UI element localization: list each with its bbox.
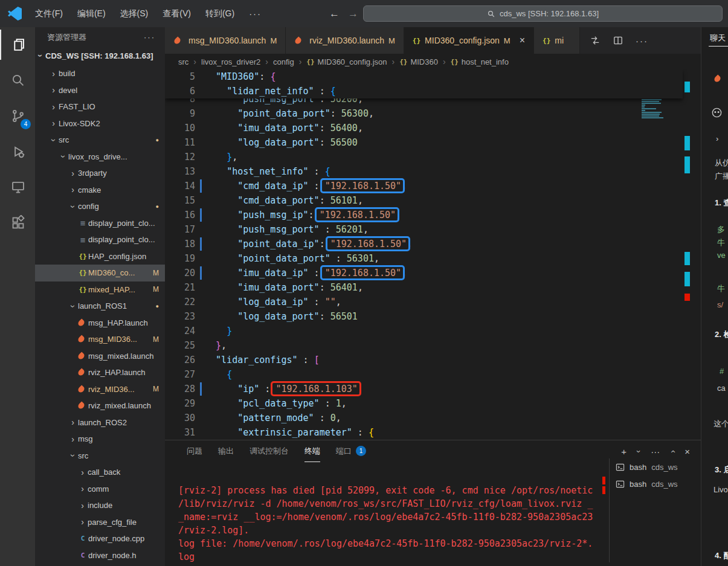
tree-folder-item[interactable]: ›call_back	[35, 464, 165, 481]
tree-folder-item[interactable]: ›include	[35, 497, 165, 514]
code-line: 25 },	[165, 338, 701, 353]
tree-folder-item[interactable]: ›config●	[35, 198, 165, 215]
tree-item-label: driver_node.h	[88, 551, 156, 560]
tree-folder-item[interactable]: ›devel	[35, 82, 165, 99]
source-control-icon[interactable]: 4	[0, 101, 35, 131]
menu-item[interactable]: 编辑(E)	[70, 0, 113, 27]
tree-folder-item[interactable]: ›3rdparty	[35, 165, 165, 182]
chat-tab[interactable]: 聊天	[710, 33, 726, 43]
tree-folder-item[interactable]: ›src	[35, 448, 165, 465]
more-actions-icon[interactable]: ···	[636, 36, 648, 46]
new-terminal-button[interactable]: +	[621, 446, 627, 457]
menu-item[interactable]: 文件(F)	[28, 0, 70, 27]
tree-file-item[interactable]: ≡display_point_clo...	[35, 231, 165, 248]
split-editor-icon[interactable]	[613, 35, 623, 46]
explorer-icon[interactable]	[0, 30, 35, 60]
tree-item-label: Livox-SDK2	[59, 119, 156, 128]
tree-file-item[interactable]: {}mixed_HAP...M	[35, 281, 165, 298]
menu-item[interactable]: 选择(S)	[113, 0, 156, 27]
extensions-icon[interactable]	[0, 208, 35, 238]
tree-file-item[interactable]: {}HAP_config.json	[35, 248, 165, 265]
tree-file-item[interactable]: Cdriver_node.h	[35, 547, 165, 564]
tree-folder-item[interactable]: ›launch_ROS2	[35, 414, 165, 431]
tree-folder-item[interactable]: ›comm	[35, 481, 165, 498]
tree-folder-item[interactable]: ›Livox-SDK2	[35, 115, 165, 132]
breadcrumb-item[interactable]: {}MID360	[399, 57, 438, 66]
panel-tab[interactable]: 输出	[218, 440, 234, 462]
editor-tab[interactable]: rviz_MID360.launchM	[286, 27, 404, 54]
breadcrumb-label: host_net_info	[462, 57, 509, 66]
chevron-down-icon: ›	[36, 51, 45, 61]
back-button[interactable]: ←	[329, 8, 340, 20]
forward-button[interactable]: →	[348, 8, 358, 20]
breadcrumb-item[interactable]: src	[178, 57, 188, 66]
tree-file-item[interactable]: ≡display_point_clo...	[35, 215, 165, 232]
editor-tab[interactable]: msg_MID360.launchM	[165, 27, 286, 54]
tree-folder-item[interactable]: ›parse_cfg_file	[35, 514, 165, 531]
run-debug-icon[interactable]	[0, 137, 35, 167]
tree-folder-item[interactable]: ›cmake	[35, 182, 165, 199]
terminal-output[interactable]: [rviz-2] process has died [pid 52099, ex…	[178, 484, 593, 564]
menu-item[interactable]: 转到(G)	[198, 0, 242, 27]
tree-file-item[interactable]: msg_mixed.launch	[35, 348, 165, 365]
search-text: cds_ws [SSH: 192.168.1.63]	[500, 9, 599, 18]
tree-file-item[interactable]: Cdriver_node.cpp	[35, 530, 165, 547]
terminal-name: bash	[630, 480, 646, 489]
breadcrumb-item[interactable]: livox_ros_driver2	[201, 57, 260, 66]
open-changes-icon[interactable]	[590, 35, 601, 46]
editor-tab[interactable]: {}MID360_config.jsonM×	[404, 27, 534, 54]
command-center-search[interactable]: cds_ws [SSH: 192.168.1.63]	[363, 5, 723, 22]
line-number: 5	[165, 69, 195, 84]
terminal-instance-item[interactable]: bashcds_ws	[616, 458, 698, 475]
chat-tab-underline	[709, 46, 728, 47]
line-number: 22	[165, 295, 195, 309]
tree-item-label: build	[59, 69, 156, 78]
panel-tab[interactable]: 调试控制台	[250, 440, 289, 462]
breadcrumb-item[interactable]: {}MID360_config.json	[306, 57, 387, 66]
tree-file-item[interactable]: rviz_MID36...M	[35, 381, 165, 398]
tree-folder-item[interactable]: ›launch_ROS1●	[35, 298, 165, 315]
terminal-instance-item[interactable]: bashcds_ws	[616, 475, 698, 492]
remote-explorer-icon[interactable]	[0, 172, 35, 202]
tree-file-item[interactable]: rviz_HAP.launch	[35, 364, 165, 381]
sidebar-more-button[interactable]: ···	[144, 33, 155, 42]
workspace-root-item[interactable]: › CDS_WS [SSH: 192.168.1.63]	[35, 47, 165, 64]
maximize-panel-button[interactable]: ›	[667, 450, 677, 453]
tree-item-label: driver_node.cpp	[88, 534, 156, 543]
json-file-icon: {}	[77, 252, 88, 260]
code-line: 12 },	[165, 150, 701, 164]
tree-folder-item[interactable]: ›msg	[35, 431, 165, 448]
tree-file-item[interactable]: msg_MID36...M	[35, 331, 165, 348]
tree-item-label: 3rdparty	[78, 169, 156, 178]
panel-more-actions-button[interactable]: ···	[651, 446, 660, 457]
code-editor[interactable]: 8 "push_msg_port": 56200,9 "point_data_p…	[165, 69, 701, 440]
panel-tab[interactable]: 问题	[187, 440, 202, 462]
tree-file-item[interactable]: msg_HAP.launch	[35, 315, 165, 332]
menu-item[interactable]: 查看(V)	[155, 0, 198, 27]
code-line: 20 "imu_data_ip" : "192.168.1.50",	[165, 266, 701, 280]
json-symbol-icon: {}	[399, 58, 407, 66]
breadcrumb[interactable]: src›livox_ros_driver2›config›{}MID360_co…	[165, 54, 701, 69]
close-panel-button[interactable]: ×	[685, 446, 690, 457]
breadcrumb-separator-icon: ›	[193, 57, 196, 66]
close-icon[interactable]: ×	[520, 35, 525, 46]
terminal-profile-dropdown[interactable]: ›	[634, 450, 643, 452]
tree-folder-item[interactable]: ›build	[35, 65, 165, 82]
panel-tab[interactable]: 终端	[304, 440, 320, 462]
breadcrumb-item[interactable]: config	[273, 57, 294, 66]
editor-tab[interactable]: {}mi	[534, 27, 580, 54]
tree-folder-item[interactable]: ›livox_ros_drive...	[35, 149, 165, 166]
panel-divider	[609, 458, 610, 562]
chevron-down-icon: ›	[68, 201, 78, 211]
tree-file-item[interactable]: {}MID360_co...M	[35, 265, 165, 281]
tree-folder-item[interactable]: ›src●	[35, 132, 165, 149]
panel-tab[interactable]: 端口1	[336, 440, 366, 462]
breadcrumb-separator-icon: ›	[443, 57, 446, 66]
tree-file-item[interactable]: rviz_mixed.launch	[35, 397, 165, 414]
tree-folder-item[interactable]: ›FAST_LIO	[35, 98, 165, 115]
search-sidebar-icon[interactable]	[0, 65, 35, 95]
tree-item-label: src	[78, 451, 156, 460]
breadcrumb-item[interactable]: {}host_net_info	[451, 57, 509, 66]
menu-more-button[interactable]: ···	[242, 8, 269, 19]
code-lines: 8 "push_msg_port": 56200,9 "point_data_p…	[165, 92, 701, 440]
